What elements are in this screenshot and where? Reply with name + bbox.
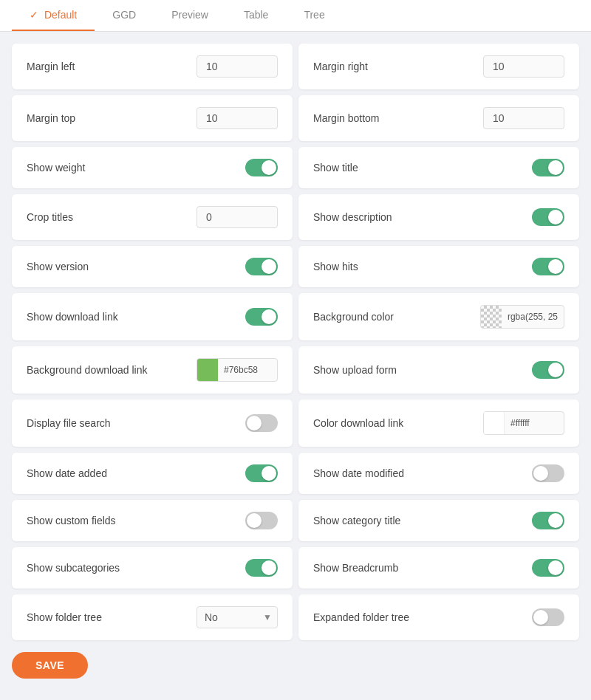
tab-table[interactable]: Table: [226, 0, 286, 31]
label-margin-right: Margin right: [313, 61, 368, 72]
card-expanded-folder-tree: Expanded folder tree: [298, 594, 579, 640]
toggle-show-download-link[interactable]: [245, 308, 278, 326]
toggle-show-date-modified[interactable]: [532, 464, 564, 482]
card-show-description: Show description: [298, 194, 579, 240]
save-button[interactable]: SAVE: [12, 652, 88, 679]
card-margin-right: Margin right: [298, 44, 579, 89]
toggle-show-custom-fields[interactable]: [245, 512, 278, 529]
card-color-download-link: Color download link #ffffff: [298, 399, 579, 447]
tabs-bar: ✓ Default GGD Preview Table Tree: [0, 0, 591, 32]
input-crop-titles[interactable]: [197, 206, 278, 228]
main-content: Margin left Margin right Margin top Marg…: [0, 32, 591, 696]
label-show-upload-form: Show upload form: [313, 364, 397, 376]
select-show-folder-tree[interactable]: NoYes: [197, 606, 278, 628]
card-show-title: Show title: [298, 147, 579, 188]
label-show-weight: Show weight: [27, 162, 85, 174]
input-margin-top[interactable]: [197, 107, 278, 129]
toggle-display-file-search[interactable]: [245, 414, 278, 432]
color-swatch-color-download-link: [484, 412, 505, 434]
toggle-show-hits[interactable]: [532, 258, 564, 275]
card-background-color: Background color rgba(255, 25: [298, 293, 579, 340]
input-margin-bottom[interactable]: [483, 107, 564, 129]
toggle-show-date-added[interactable]: [245, 464, 278, 482]
tab-ggd[interactable]: GGD: [95, 0, 154, 31]
label-show-breadcrumb: Show Breadcrumb: [313, 562, 398, 574]
toggle-show-category-title[interactable]: [532, 512, 564, 529]
toggle-show-breadcrumb[interactable]: [532, 559, 564, 577]
tab-preview[interactable]: Preview: [154, 0, 226, 31]
card-background-download-link: Background download link #76bc58: [12, 346, 293, 394]
color-field-color-download-link[interactable]: #ffffff: [483, 411, 564, 435]
label-crop-titles: Crop titles: [27, 211, 73, 223]
toggle-expanded-folder-tree[interactable]: [532, 608, 564, 626]
card-display-file-search: Display file search: [12, 399, 293, 447]
card-show-folder-tree: Show folder tree NoYes ▼: [12, 594, 293, 640]
card-show-version: Show version: [12, 246, 293, 287]
toggle-show-description[interactable]: [532, 208, 564, 226]
card-margin-left: Margin left: [12, 44, 293, 89]
color-field-background-download-link[interactable]: #76bc58: [197, 358, 278, 382]
label-show-hits: Show hits: [313, 261, 358, 272]
card-show-breadcrumb: Show Breadcrumb: [298, 547, 579, 589]
label-show-category-title: Show category title: [313, 515, 400, 526]
card-crop-titles: Crop titles: [12, 194, 293, 240]
card-show-category-title: Show category title: [298, 500, 579, 541]
label-display-file-search: Display file search: [27, 417, 111, 429]
color-swatch-background-download-link: [197, 359, 218, 381]
label-margin-top: Margin top: [27, 112, 75, 124]
select-wrap-show-folder-tree: NoYes ▼: [197, 606, 278, 628]
card-show-date-added: Show date added: [12, 453, 293, 494]
label-show-version: Show version: [27, 261, 89, 272]
label-show-title: Show title: [313, 162, 358, 174]
color-text-background-color: rgba(255, 25: [502, 312, 564, 322]
toggle-show-version[interactable]: [245, 258, 278, 275]
label-show-download-link: Show download link: [27, 311, 118, 323]
toggle-show-weight[interactable]: [245, 159, 278, 176]
label-margin-bottom: Margin bottom: [313, 112, 379, 124]
toggle-show-upload-form[interactable]: [532, 361, 564, 379]
tab-tree[interactable]: Tree: [286, 0, 342, 31]
label-background-color: Background color: [313, 311, 394, 323]
label-show-date-added: Show date added: [27, 467, 107, 479]
card-show-weight: Show weight: [12, 147, 293, 188]
label-show-folder-tree: Show folder tree: [27, 611, 102, 623]
card-margin-bottom: Margin bottom: [298, 95, 579, 141]
label-expanded-folder-tree: Expanded folder tree: [313, 611, 409, 623]
card-show-upload-form: Show upload form: [298, 346, 579, 394]
input-margin-left[interactable]: [197, 55, 278, 78]
label-show-date-modified: Show date modified: [313, 467, 404, 479]
color-text-background-download-link: #76bc58: [218, 365, 264, 375]
card-show-date-modified: Show date modified: [298, 453, 579, 494]
toggle-show-subcategories[interactable]: [245, 559, 278, 577]
color-text-color-download-link: #ffffff: [505, 418, 536, 428]
toggle-show-title[interactable]: [532, 159, 564, 176]
input-margin-right[interactable]: [483, 55, 564, 78]
label-background-download-link: Background download link: [27, 364, 147, 376]
tab-default[interactable]: ✓ Default: [12, 0, 95, 31]
label-color-download-link: Color download link: [313, 417, 403, 429]
label-show-description: Show description: [313, 211, 392, 223]
card-show-custom-fields: Show custom fields: [12, 500, 293, 541]
color-field-background-color[interactable]: rgba(255, 25: [480, 305, 564, 329]
settings-grid: Margin left Margin right Margin top Marg…: [12, 44, 579, 640]
label-show-custom-fields: Show custom fields: [27, 515, 116, 526]
card-show-subcategories: Show subcategories: [12, 547, 293, 589]
color-swatch-background-color: [481, 306, 502, 328]
label-margin-left: Margin left: [27, 61, 75, 72]
label-show-subcategories: Show subcategories: [27, 562, 120, 574]
card-margin-top: Margin top: [12, 95, 293, 141]
checkmark-icon: ✓: [30, 9, 38, 21]
card-show-download-link: Show download link: [12, 293, 293, 340]
card-show-hits: Show hits: [298, 246, 579, 287]
